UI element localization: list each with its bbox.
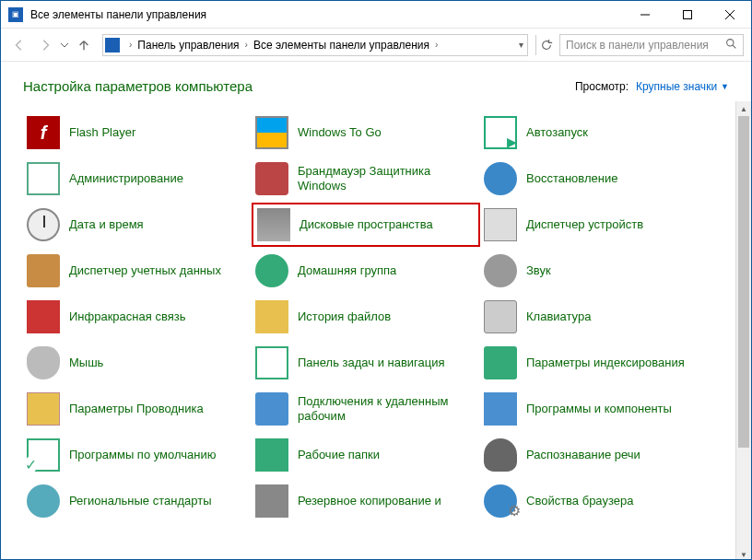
recovery-icon bbox=[484, 162, 517, 195]
cp-item-storage-spaces[interactable]: Дисковые пространства bbox=[252, 203, 480, 247]
navigation-bar: › Панель управления › Все элементы панел… bbox=[1, 29, 751, 62]
date-time-icon bbox=[27, 208, 60, 241]
breadcrumb-root[interactable]: Панель управления bbox=[137, 39, 239, 52]
history-dropdown[interactable] bbox=[60, 34, 69, 56]
cp-item-label: Панель задач и навигация bbox=[298, 356, 445, 370]
address-dropdown-icon[interactable]: ▾ bbox=[519, 40, 523, 50]
cp-item-label: Программы и компоненты bbox=[526, 402, 672, 416]
administration-icon bbox=[27, 162, 60, 195]
speech-recognition-icon bbox=[484, 438, 517, 472]
cp-item-label: Windows To Go bbox=[298, 125, 382, 140]
cp-item-taskbar-navigation[interactable]: Панель задач и навигация bbox=[252, 341, 480, 385]
cp-item-label: Flash Player bbox=[69, 125, 135, 140]
cp-item-infrared[interactable]: Инфракрасная связь bbox=[23, 295, 252, 339]
chevron-right-icon[interactable]: › bbox=[123, 40, 137, 50]
cp-item-date-time[interactable]: Дата и время bbox=[23, 203, 252, 247]
cp-item-label: Диспетчер устройств bbox=[526, 217, 643, 232]
cp-item-administration[interactable]: Администрирование bbox=[23, 157, 252, 201]
cp-item-windows-to-go[interactable]: Windows To Go bbox=[252, 111, 480, 155]
browser-properties-icon bbox=[484, 484, 517, 518]
programs-components-icon bbox=[484, 392, 517, 426]
cp-item-sound[interactable]: Звук bbox=[480, 249, 709, 293]
device-manager-icon bbox=[484, 208, 517, 241]
cp-item-mouse[interactable]: Мышь bbox=[23, 341, 252, 385]
search-input[interactable]: Поиск в панели управления bbox=[559, 34, 744, 56]
cp-item-backup-restore[interactable]: Резервное копирование и bbox=[252, 479, 480, 523]
cp-item-label: Инфракрасная связь bbox=[69, 309, 185, 324]
cp-item-label: Резервное копирование и bbox=[298, 494, 441, 508]
cp-item-file-history[interactable]: История файлов bbox=[252, 295, 480, 339]
cp-item-remote-connections[interactable]: Подключения к удаленным рабочим bbox=[252, 387, 480, 431]
scroll-thumb[interactable] bbox=[738, 116, 749, 448]
cp-item-label: Восстановление bbox=[526, 171, 617, 186]
cp-item-label: Клавиатура bbox=[526, 309, 591, 324]
cp-item-speech-recognition[interactable]: Распознавание речи bbox=[480, 433, 709, 477]
cp-item-label: Свойства браузера bbox=[526, 494, 633, 508]
search-placeholder: Поиск в панели управления bbox=[566, 39, 725, 52]
cp-item-explorer-options[interactable]: Параметры Проводника bbox=[23, 387, 252, 431]
titlebar: ▣ Все элементы панели управления bbox=[1, 1, 751, 29]
cp-item-label: Звук bbox=[526, 263, 551, 278]
remote-connections-icon bbox=[255, 392, 288, 426]
cp-item-indexing-options[interactable]: Параметры индексирования bbox=[480, 341, 709, 385]
view-select[interactable]: Крупные значки ▼ bbox=[636, 80, 729, 93]
svg-rect-1 bbox=[684, 10, 692, 18]
cp-item-label: Мышь bbox=[69, 356, 103, 370]
chevron-down-icon: ▼ bbox=[721, 82, 729, 91]
cp-item-label: Распознавание речи bbox=[526, 448, 640, 462]
chevron-right-icon[interactable]: › bbox=[240, 40, 253, 50]
cp-item-flash-player[interactable]: fFlash Player bbox=[23, 111, 252, 155]
cp-item-browser-properties[interactable]: Свойства браузера bbox=[480, 479, 709, 523]
cp-item-label: Рабочие папки bbox=[298, 448, 380, 462]
cp-item-regional-options[interactable]: Региональные стандарты bbox=[23, 479, 252, 523]
cp-item-label: Региональные стандарты bbox=[69, 494, 211, 508]
cp-item-autoplay[interactable]: Автозапуск bbox=[480, 111, 709, 155]
file-history-icon bbox=[255, 300, 288, 333]
cp-item-label: Диспетчер учетных данных bbox=[69, 263, 221, 278]
keyboard-icon bbox=[484, 300, 517, 333]
maximize-button[interactable] bbox=[666, 1, 709, 29]
storage-spaces-icon bbox=[257, 208, 290, 241]
cp-item-keyboard[interactable]: Клавиатура bbox=[480, 295, 709, 339]
cp-item-credential-manager[interactable]: Диспетчер учетных данных bbox=[23, 249, 252, 293]
page-title: Настройка параметров компьютера bbox=[23, 78, 253, 94]
windows-defender-firewall-icon bbox=[255, 162, 288, 195]
window-controls bbox=[624, 1, 751, 29]
backup-restore-icon bbox=[255, 484, 288, 518]
cp-item-label: Параметры индексирования bbox=[526, 356, 685, 370]
cp-item-homegroup[interactable]: Домашняя группа bbox=[252, 249, 480, 293]
scroll-up-arrow[interactable]: ▲ bbox=[736, 101, 751, 116]
back-button[interactable] bbox=[8, 34, 30, 56]
cp-item-windows-defender-firewall[interactable]: Брандмауэр Защитника Windows bbox=[252, 157, 480, 201]
cp-item-label: Дисковые пространства bbox=[300, 217, 433, 232]
cp-item-default-programs[interactable]: Программы по умолчанию bbox=[23, 433, 252, 477]
indexing-options-icon bbox=[484, 346, 517, 379]
scroll-down-arrow[interactable]: ▼ bbox=[736, 547, 751, 560]
cp-item-work-folders[interactable]: Рабочие папки bbox=[252, 433, 480, 477]
window-title: Все элементы панели управления bbox=[30, 8, 624, 21]
mouse-icon bbox=[27, 346, 60, 379]
address-bar[interactable]: › Панель управления › Все элементы панел… bbox=[102, 34, 528, 56]
location-icon bbox=[105, 38, 120, 52]
homegroup-icon bbox=[255, 254, 288, 287]
cp-item-label: Дата и время bbox=[69, 217, 144, 232]
forward-button[interactable] bbox=[34, 34, 56, 56]
minimize-button[interactable] bbox=[624, 1, 666, 29]
search-icon[interactable] bbox=[725, 38, 737, 52]
cp-item-label: Программы по умолчанию bbox=[69, 448, 216, 462]
breadcrumb-current[interactable]: Все элементы панели управления bbox=[253, 39, 429, 52]
svg-point-4 bbox=[727, 39, 734, 45]
cp-item-recovery[interactable]: Восстановление bbox=[480, 157, 709, 201]
cp-item-label: История файлов bbox=[298, 309, 391, 324]
chevron-right-icon[interactable]: › bbox=[429, 40, 443, 50]
cp-item-device-manager[interactable]: Диспетчер устройств bbox=[480, 203, 709, 247]
close-button[interactable] bbox=[709, 1, 751, 29]
svg-line-5 bbox=[733, 45, 735, 48]
cp-item-programs-components[interactable]: Программы и компоненты bbox=[480, 387, 709, 431]
up-button[interactable] bbox=[73, 34, 95, 56]
vertical-scrollbar[interactable]: ▲ ▼ bbox=[735, 101, 751, 560]
refresh-button[interactable] bbox=[535, 35, 556, 55]
control-panel-icon: ▣ bbox=[8, 7, 23, 22]
items-grid: fFlash PlayerWindows To GoАвтозапускАдми… bbox=[1, 101, 751, 532]
infrared-icon bbox=[27, 300, 60, 333]
